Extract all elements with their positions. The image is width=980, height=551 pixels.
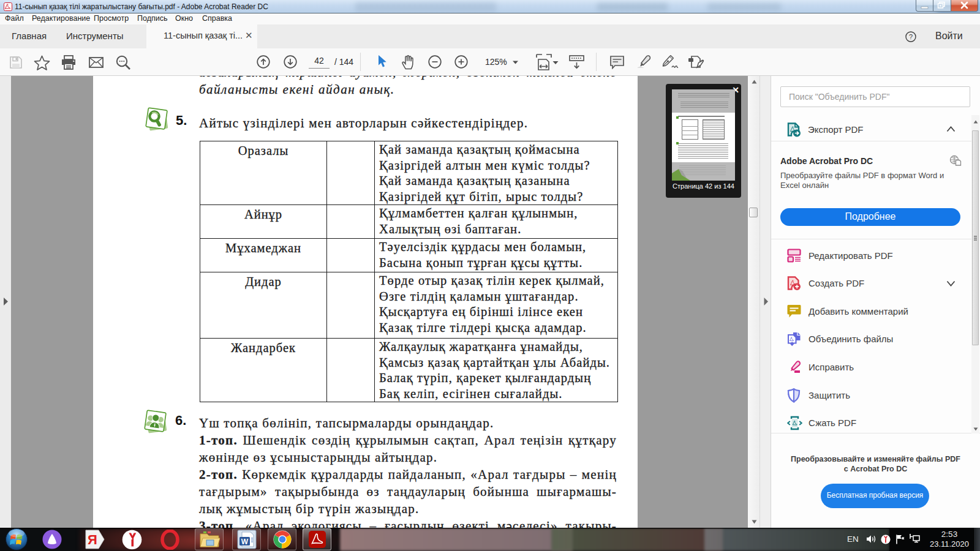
svg-text:?: ?: [909, 33, 913, 40]
svg-text:W: W: [241, 538, 248, 546]
svg-text:Я: Я: [88, 532, 97, 547]
